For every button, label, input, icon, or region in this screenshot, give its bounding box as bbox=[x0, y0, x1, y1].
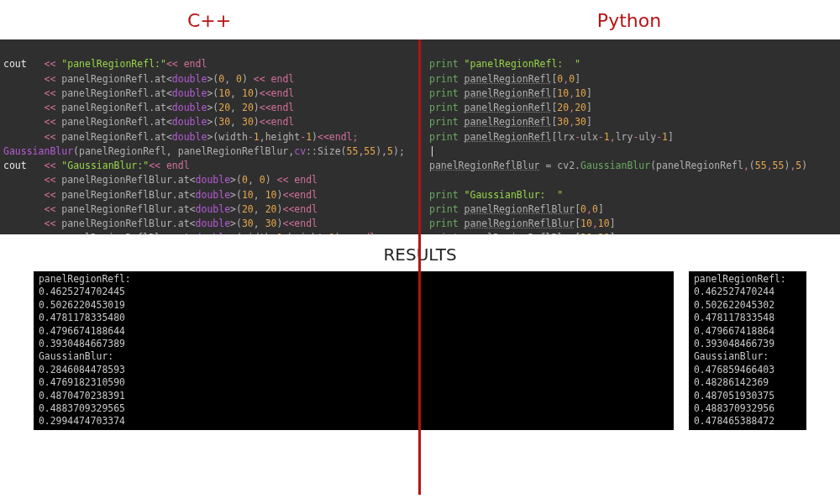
header-python: Python bbox=[418, 0, 840, 39]
cpp-code-pane: cout << "panelRegionRefl:"<< endl << pan… bbox=[0, 39, 418, 234]
text: cout bbox=[3, 58, 27, 70]
text-cursor: | bbox=[429, 145, 435, 157]
header-row: C++ Python bbox=[0, 0, 840, 39]
console-output-cpp: panelRegionRefl: 0.4625274702445 0.50262… bbox=[34, 271, 674, 430]
code-row: cout << "panelRegionRefl:"<< endl << pan… bbox=[0, 39, 840, 234]
console-output-python: panelRegionRefl: 0.462527470244 0.502622… bbox=[689, 271, 806, 430]
vertical-divider bbox=[418, 39, 421, 234]
python-code-pane: print "panelRegionRefl: " print panelReg… bbox=[421, 39, 840, 234]
header-cpp: C++ bbox=[0, 0, 418, 39]
vertical-divider-lower bbox=[418, 234, 421, 495]
